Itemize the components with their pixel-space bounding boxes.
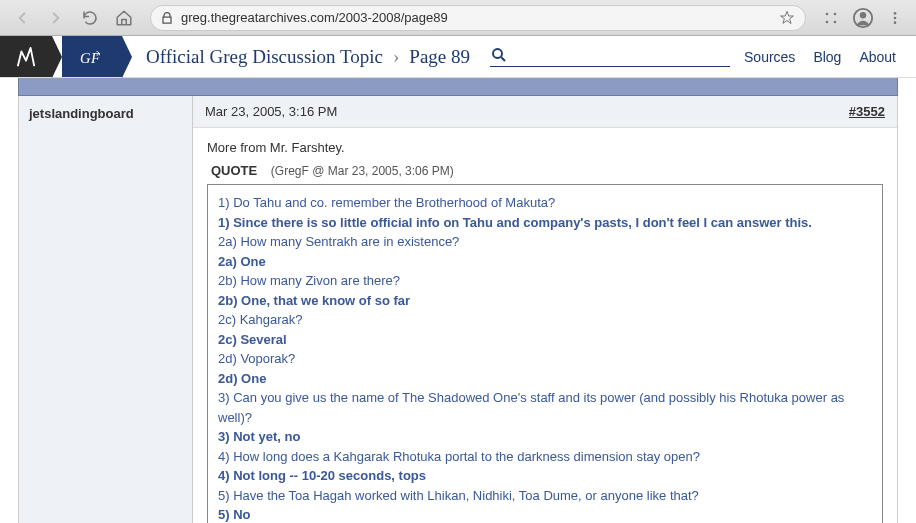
quote-label: QUOTE xyxy=(211,163,257,178)
svg-point-2 xyxy=(826,20,829,23)
svg-point-6 xyxy=(894,12,897,15)
quote-line: 5) No xyxy=(218,505,872,523)
forward-button[interactable] xyxy=(42,4,70,32)
post-number-link[interactable]: #3552 xyxy=(849,104,885,119)
content-area: jetslandingboard Mar 23, 2005, 3:16 PM #… xyxy=(0,78,916,523)
post-header: Mar 23, 2005, 3:16 PM #3552 xyxy=(193,96,897,128)
svg-point-7 xyxy=(894,16,897,19)
quote-line: 2b) How many Zivon are there? xyxy=(218,271,872,291)
breadcrumb: Official Greg Discussion Topic › Page 89 xyxy=(146,46,470,68)
header-search[interactable] xyxy=(490,46,730,67)
extensions-icon[interactable] xyxy=(818,5,844,31)
quote-line: 2c) Kahgarak? xyxy=(218,310,872,330)
svg-point-1 xyxy=(834,12,837,15)
post-date: Mar 23, 2005, 3:16 PM xyxy=(205,104,337,119)
quote-line: 2c) Several xyxy=(218,330,872,350)
blog-link[interactable]: Blog xyxy=(813,49,841,65)
star-icon[interactable] xyxy=(779,10,795,26)
quote-line: 2b) One, that we know of so far xyxy=(218,291,872,311)
browser-toolbar: greg.thegreatarchives.com/2003-2008/page… xyxy=(0,0,916,36)
quote-line: 4) How long does a Kahgarak Rhotuka port… xyxy=(218,447,872,467)
logo-triangle-icon[interactable] xyxy=(0,36,52,77)
quote-header: QUOTE (GregF @ Mar 23, 2005, 3:06 PM) xyxy=(211,163,879,178)
home-button[interactable] xyxy=(110,4,138,32)
about-link[interactable]: About xyxy=(859,49,896,65)
post: jetslandingboard Mar 23, 2005, 3:16 PM #… xyxy=(18,96,898,523)
sources-link[interactable]: Sources xyxy=(744,49,795,65)
quote-line: 2d) Voporak? xyxy=(218,349,872,369)
svg-point-3 xyxy=(834,20,837,23)
header-links: Sources Blog About xyxy=(744,49,916,65)
quote-line: 1) Since there is so little official inf… xyxy=(218,213,872,233)
quote-line: 1) Do Tahu and co. remember the Brotherh… xyxy=(218,193,872,213)
svg-point-5 xyxy=(860,12,866,18)
url-text: greg.thegreatarchives.com/2003-2008/page… xyxy=(181,10,771,25)
post-main: Mar 23, 2005, 3:16 PM #3552 More from Mr… xyxy=(193,96,897,523)
menu-icon[interactable] xyxy=(882,5,908,31)
reload-button[interactable] xyxy=(76,4,104,32)
quote-line: 4) Not long -- 10-20 seconds, tops xyxy=(218,466,872,486)
svg-text:F: F xyxy=(90,49,101,65)
quote-line: 3) Not yet, no xyxy=(218,427,872,447)
quote-line: 2d) One xyxy=(218,369,872,389)
svg-point-0 xyxy=(826,12,829,15)
breadcrumb-separator: › xyxy=(393,46,399,68)
quote-box: 1) Do Tahu and co. remember the Brotherh… xyxy=(207,184,883,523)
site-header: GF Official Greg Discussion Topic › Page… xyxy=(0,36,916,78)
logo-area: GF xyxy=(0,36,122,77)
post-intro: More from Mr. Farshtey. xyxy=(207,140,883,155)
profile-icon[interactable] xyxy=(850,5,876,31)
svg-text:G: G xyxy=(80,49,91,65)
logo-gf[interactable]: GF xyxy=(62,36,122,77)
post-username[interactable]: jetslandingboard xyxy=(29,106,182,121)
search-icon xyxy=(490,46,508,64)
back-button[interactable] xyxy=(8,4,36,32)
lock-icon xyxy=(161,11,173,25)
post-separator-bar xyxy=(18,78,898,96)
svg-point-8 xyxy=(894,21,897,24)
breadcrumb-page: Page 89 xyxy=(409,46,470,68)
quote-line: 2a) One xyxy=(218,252,872,272)
quote-line: 5) Have the Toa Hagah worked with Lhikan… xyxy=(218,486,872,506)
svg-point-11 xyxy=(493,49,502,58)
quote-meta: (GregF @ Mar 23, 2005, 3:06 PM) xyxy=(271,164,454,178)
quote-line: 2a) How many Sentrakh are in existence? xyxy=(218,232,872,252)
quote-line: 3) Can you give us the name of The Shado… xyxy=(218,388,872,427)
post-body: More from Mr. Farshtey. QUOTE (GregF @ M… xyxy=(193,128,897,523)
url-bar[interactable]: greg.thegreatarchives.com/2003-2008/page… xyxy=(150,5,806,31)
post-sidebar: jetslandingboard xyxy=(19,96,193,523)
breadcrumb-topic-link[interactable]: Official Greg Discussion Topic xyxy=(146,46,383,68)
